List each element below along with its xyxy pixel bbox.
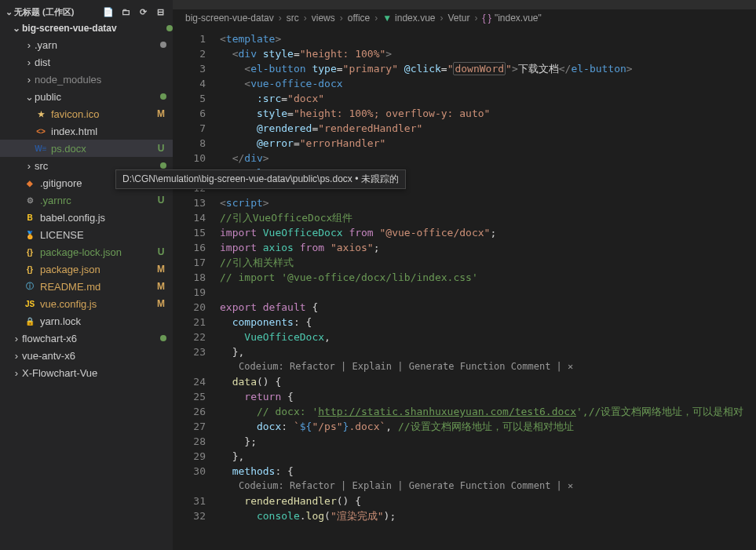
refresh-icon[interactable]: ⟳: [137, 5, 149, 18]
file-icon: ◆: [24, 177, 36, 189]
file-explorer: ⌄ 无标题 (工作区) 📄 🗀 ⟳ ⊟ ⌄ big-screen-vue-dat…: [0, 0, 173, 550]
code-content[interactable]: <template> <div style="height: 100%"> <e…: [220, 27, 756, 550]
chevron-down-icon: ⌄: [3, 7, 14, 17]
git-status-badge: M: [155, 298, 166, 309]
tree-file[interactable]: 🔒yarn.lock: [0, 312, 173, 330]
tree-folder[interactable]: ›dist: [0, 53, 173, 71]
chevron-icon: ›: [24, 74, 35, 86]
tree-item-label: package-lock.json: [40, 246, 155, 258]
new-file-icon[interactable]: 📄: [102, 5, 115, 18]
breadcrumb[interactable]: big-screen-vue-datav› src› views› office…: [173, 9, 756, 27]
breadcrumb-item[interactable]: ▼ index.vue: [382, 13, 435, 24]
file-icon: 🏅: [24, 228, 36, 241]
git-status-badge: U: [155, 143, 166, 154]
codelens[interactable]: Codeium: Refactor | Explain | Generate F…: [220, 479, 756, 494]
tree-item-label: ps.docx: [51, 143, 155, 155]
tree-folder[interactable]: ›node_modules: [0, 71, 173, 88]
tree-item-label: dist: [35, 56, 166, 68]
chevron-icon: ›: [11, 333, 22, 344]
collapse-all-icon[interactable]: ⊟: [154, 5, 166, 18]
tree-item-label: flowchart-x6: [22, 333, 160, 344]
modified-dot-icon: [160, 335, 166, 341]
tree-file[interactable]: ⚙.yarnrcU: [0, 191, 173, 209]
tree-folder[interactable]: ›X-Flowchart-Vue: [0, 364, 173, 381]
tree-item-label: index.html: [51, 126, 166, 137]
project-root[interactable]: ⌄ big-screen-vue-datav: [0, 20, 173, 36]
file-icon: 🔒: [24, 315, 36, 327]
tree-file[interactable]: 🏅LICENSE: [0, 226, 173, 243]
chevron-icon: ›: [11, 350, 22, 362]
breadcrumb-item[interactable]: { } "index.vue": [483, 13, 542, 24]
git-status-badge: U: [155, 246, 166, 257]
file-tooltip: D:\CGN\emulation\big-screen-vue-datav\pu…: [115, 169, 406, 189]
tree-item-label: vue-antv-x6: [22, 350, 166, 362]
git-status-badge: M: [155, 281, 166, 292]
chevron-down-icon: ⌄: [11, 23, 22, 34]
new-folder-icon[interactable]: 🗀: [119, 5, 132, 18]
tree-file[interactable]: ★favicon.icoM: [0, 105, 173, 122]
tree-file[interactable]: {}package.jsonM: [0, 260, 173, 278]
tab-strip[interactable]: [173, 0, 756, 9]
file-icon: {}: [24, 246, 36, 258]
code-editor[interactable]: 1234567810111213141516171819202122232425…: [173, 27, 756, 550]
chevron-icon: ›: [24, 56, 35, 68]
tree-item-label: vue.config.js: [40, 298, 155, 310]
breadcrumb-item[interactable]: big-screen-vue-datav: [185, 13, 274, 24]
chevron-icon: ›: [24, 160, 35, 172]
tree-item-label: .yarnrc: [40, 195, 155, 206]
file-icon: ⓘ: [24, 280, 36, 293]
tree-file[interactable]: ⓘREADME.mdM: [0, 278, 173, 295]
tree-folder[interactable]: ⌄public: [0, 88, 173, 105]
tree-item-label: X-Flowchart-Vue: [22, 367, 166, 379]
tree-item-label: README.md: [40, 281, 155, 293]
vue-icon: ▼: [382, 13, 392, 24]
tree-file[interactable]: <>index.html: [0, 122, 173, 140]
tree-item-label: LICENSE: [40, 229, 166, 241]
chevron-icon: ›: [11, 367, 22, 379]
breadcrumb-item[interactable]: office: [348, 13, 370, 24]
tree-file[interactable]: Bbabel.config.js: [0, 209, 173, 226]
breadcrumb-item[interactable]: Vetur: [447, 13, 469, 24]
tree-folder[interactable]: ›vue-antv-x6: [0, 347, 173, 364]
file-icon: JS: [24, 297, 36, 310]
tree-folder[interactable]: ›.yarn: [0, 36, 173, 53]
chevron-icon: ⌄: [24, 91, 35, 103]
file-icon: <>: [35, 125, 47, 137]
editor-area: big-screen-vue-datav› src› views› office…: [173, 0, 756, 550]
tree-item-label: yarn.lock: [40, 315, 166, 327]
file-icon: W≡: [35, 142, 47, 155]
codelens[interactable]: Codeium: Refactor | Explain | Generate F…: [220, 359, 756, 374]
tree-item-label: babel.config.js: [40, 212, 166, 224]
tree-item-label: node_modules: [35, 74, 166, 86]
modified-dot-icon: [160, 42, 166, 48]
workspace-label: 无标题 (工作区): [14, 6, 74, 18]
tree-item-label: package.json: [40, 264, 155, 275]
file-icon: ⚙: [24, 194, 36, 206]
file-icon: B: [24, 211, 36, 224]
breadcrumb-item[interactable]: views: [312, 13, 335, 24]
tree-item-label: .yarn: [35, 39, 160, 51]
tree-file[interactable]: W≡ps.docxU: [0, 140, 173, 157]
modified-dot-icon: [160, 162, 166, 169]
chevron-icon: ›: [24, 39, 35, 51]
file-tree: ›.yarn›dist›node_modules⌄public★favicon.…: [0, 36, 173, 381]
git-status-badge: U: [155, 195, 166, 206]
modified-dot-icon: [160, 93, 166, 100]
tree-item-label: favicon.ico: [51, 108, 155, 120]
tree-file[interactable]: JSvue.config.jsM: [0, 295, 173, 312]
tree-folder[interactable]: ›flowchart-x6: [0, 330, 173, 347]
git-status-badge: M: [155, 264, 166, 275]
braces-icon: { }: [483, 13, 491, 24]
modified-dot-icon: [166, 25, 173, 31]
workspace-root[interactable]: ⌄ 无标题 (工作区) 📄 🗀 ⟳ ⊟: [0, 3, 173, 20]
line-gutter: 1234567810111213141516171819202122232425…: [173, 27, 220, 550]
tree-item-label: public: [35, 91, 160, 103]
git-status-badge: M: [155, 108, 166, 119]
project-name: big-screen-vue-datav: [22, 23, 117, 34]
tree-file[interactable]: {}package-lock.jsonU: [0, 243, 173, 260]
file-icon: {}: [24, 263, 36, 275]
breadcrumb-item[interactable]: src: [287, 13, 299, 24]
file-icon: ★: [35, 107, 47, 120]
